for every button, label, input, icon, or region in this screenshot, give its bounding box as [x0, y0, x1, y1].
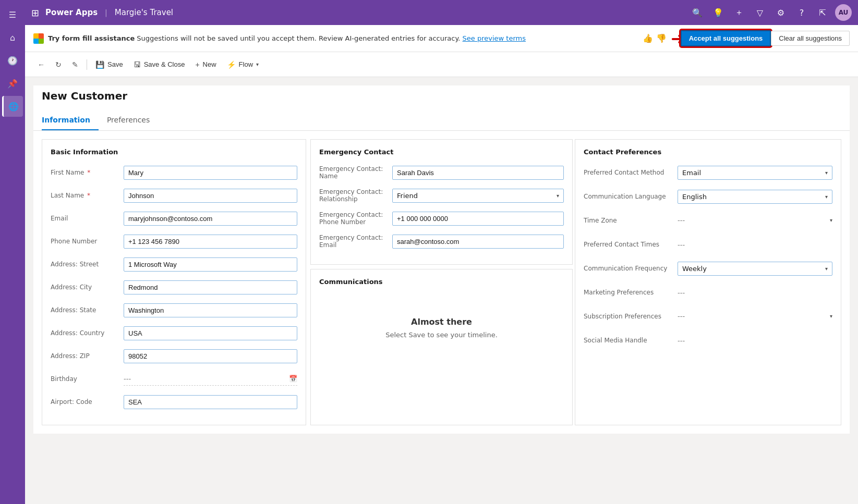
- back-button[interactable]: ←: [33, 57, 49, 72]
- pref-language-row: Communication Language English ▾: [584, 188, 832, 205]
- street-label: Address: Street: [51, 261, 124, 268]
- save-close-button[interactable]: 🖫 Save & Close: [129, 57, 189, 72]
- almost-there-title: Almost there: [319, 317, 564, 327]
- lightbulb-icon[interactable]: 💡: [710, 4, 727, 21]
- last-name-label: Last Name *: [51, 192, 124, 199]
- accept-all-suggestions-button[interactable]: Accept all suggestions: [681, 30, 771, 46]
- nav-home-icon[interactable]: ⌂: [2, 27, 23, 48]
- country-input[interactable]: [124, 326, 297, 340]
- zip-row: Address: ZIP: [51, 348, 297, 364]
- preview-terms-link[interactable]: See preview terms: [463, 34, 526, 42]
- topbar-divider: |: [105, 8, 107, 17]
- city-input[interactable]: [124, 280, 297, 294]
- flow-button[interactable]: ⚡ Flow ▾: [223, 57, 263, 72]
- pref-marketing-value: ---: [678, 288, 832, 297]
- thumbs-up-icon[interactable]: 👍: [643, 33, 653, 43]
- tab-preferences[interactable]: Preferences: [107, 110, 158, 130]
- pref-language-select[interactable]: English ▾: [678, 190, 832, 204]
- first-name-row: First Name *: [51, 164, 297, 181]
- tab-information[interactable]: Information: [42, 110, 99, 130]
- nav-menu-icon[interactable]: ☰: [2, 4, 23, 25]
- nav-globe-icon[interactable]: 🌐: [2, 96, 23, 117]
- clear-all-suggestions-button[interactable]: Clear all suggestions: [771, 31, 850, 46]
- pref-frequency-select[interactable]: Weekly ▾: [678, 262, 832, 276]
- new-button[interactable]: + New: [191, 57, 220, 72]
- street-input[interactable]: [124, 257, 297, 272]
- page-title: New Customer: [33, 85, 850, 110]
- last-name-row: Last Name *: [51, 187, 297, 204]
- airport-label: Airport: Code: [51, 398, 124, 405]
- pref-marketing-row: Marketing Preferences ---: [584, 284, 832, 301]
- pref-timezone-select[interactable]: --- ▾: [678, 214, 832, 227]
- remote-icon[interactable]: ⇱: [814, 4, 831, 21]
- pref-contact-times-row: Preferred Contact Times ---: [584, 236, 832, 253]
- edit-button[interactable]: ✎: [68, 57, 82, 72]
- ec-email-input[interactable]: [392, 235, 564, 249]
- ec-phone-input[interactable]: [392, 212, 564, 226]
- state-label: Address: State: [51, 306, 124, 314]
- birthday-row: Birthday --- 📅: [51, 371, 297, 387]
- left-navigation: ☰ ⌂ 🕐 📌 🌐: [0, 0, 25, 504]
- ec-relationship-select[interactable]: Friend ▾: [392, 189, 564, 203]
- state-input[interactable]: [124, 303, 297, 317]
- phone-label: Phone Number: [51, 238, 124, 245]
- refresh-button[interactable]: ↻: [51, 57, 66, 72]
- form-columns: Basic Information First Name * Last Name…: [33, 139, 850, 434]
- ec-phone-label: Emergency Contact: Phone Number: [319, 211, 392, 226]
- ec-name-row: Emergency Contact: Name: [319, 164, 564, 181]
- phone-input[interactable]: [124, 235, 297, 249]
- save-button[interactable]: 💾 Save: [91, 57, 127, 72]
- brand-label: Power Apps: [45, 8, 98, 17]
- email-input[interactable]: [124, 212, 297, 226]
- pref-method-select[interactable]: Email ▾: [678, 166, 832, 180]
- email-label: Email: [51, 215, 124, 222]
- thumbs-down-icon[interactable]: 👎: [656, 33, 667, 43]
- almost-there-area: Almost there Select Save to see your tim…: [319, 317, 564, 339]
- pref-subscription-row: Subscription Preferences --- ▾: [584, 308, 832, 325]
- ec-name-input[interactable]: [392, 166, 564, 180]
- apps-grid-icon[interactable]: ⊞: [31, 7, 39, 18]
- pref-frequency-row: Communication Frequency Weekly ▾: [584, 260, 832, 277]
- filter-icon[interactable]: ▽: [752, 4, 768, 21]
- pref-language-chevron-icon: ▾: [825, 194, 828, 200]
- contact-preferences-title: Contact Preferences: [584, 148, 832, 156]
- street-row: Address: Street: [51, 256, 297, 273]
- pref-method-row: Preferred Contact Method Email ▾: [584, 164, 832, 181]
- save-close-icon: 🖫: [134, 60, 141, 69]
- pref-timezone-label: Time Zone: [584, 217, 678, 224]
- add-icon[interactable]: ＋: [731, 4, 747, 21]
- pref-frequency-chevron-icon: ▾: [825, 266, 828, 272]
- pref-method-value: Email: [682, 169, 701, 177]
- first-name-input[interactable]: [124, 166, 297, 180]
- avatar[interactable]: AU: [835, 4, 852, 21]
- pref-subscription-select[interactable]: --- ▾: [678, 310, 832, 323]
- pref-contact-times-value: ---: [678, 240, 832, 249]
- settings-icon[interactable]: ⚙: [772, 4, 789, 21]
- toolbar-separator: [87, 59, 87, 70]
- birthday-placeholder: ---: [124, 375, 131, 383]
- pref-contact-times-label: Preferred Contact Times: [584, 241, 678, 248]
- search-icon[interactable]: 🔍: [689, 4, 706, 21]
- help-icon[interactable]: ?: [793, 4, 810, 21]
- topbar: ⊞ Power Apps | Margie's Travel 🔍 💡 ＋ ▽ ⚙…: [25, 0, 858, 25]
- state-row: Address: State: [51, 302, 297, 318]
- banner-body-text: Suggestions will not be saved until you …: [137, 34, 462, 42]
- zip-input[interactable]: [124, 349, 297, 363]
- calendar-icon: 📅: [289, 375, 297, 383]
- flow-label: Flow: [239, 60, 253, 68]
- last-name-input[interactable]: [124, 189, 297, 203]
- country-label: Address: Country: [51, 329, 124, 337]
- email-row: Email: [51, 210, 297, 227]
- pref-timezone-chevron-icon: ▾: [830, 217, 832, 223]
- airport-row: Airport: Code: [51, 394, 297, 410]
- pref-marketing-label: Marketing Preferences: [584, 289, 678, 296]
- pref-method-chevron-icon: ▾: [825, 170, 828, 176]
- nav-recent-icon[interactable]: 🕐: [2, 50, 23, 71]
- nav-pinned-icon[interactable]: 📌: [2, 73, 23, 94]
- airport-input[interactable]: [124, 395, 297, 409]
- birthday-input[interactable]: --- 📅: [124, 372, 297, 386]
- phone-row: Phone Number: [51, 233, 297, 250]
- ai-banner: Try form fill assistance Suggestions wil…: [25, 25, 858, 52]
- pref-language-label: Communication Language: [584, 193, 678, 200]
- basic-info-title: Basic Information: [51, 148, 297, 156]
